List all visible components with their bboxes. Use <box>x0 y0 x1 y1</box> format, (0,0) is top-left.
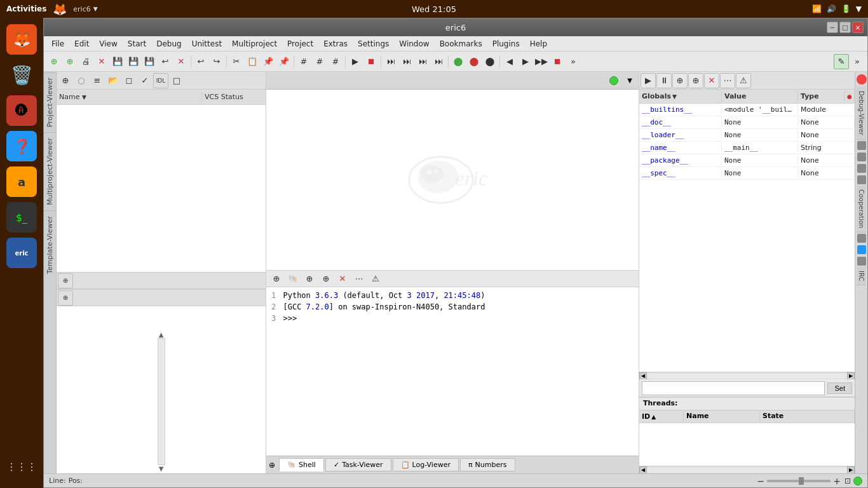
tb-bp-add[interactable]: ⬤ <box>451 54 466 69</box>
dbg-btn4[interactable]: ⊕ <box>688 73 703 88</box>
shell-content[interactable]: 1 Python 3.6.3 (default, Oct 3 2017, 21:… <box>266 287 639 456</box>
menu-settings[interactable]: Settings <box>353 38 394 50</box>
dbg-btn-stop[interactable]: ✕ <box>704 73 719 88</box>
zoom-minus[interactable]: − <box>757 476 764 486</box>
shell-btn4[interactable]: ⊕ <box>318 271 334 287</box>
zoom-slider[interactable] <box>767 480 831 482</box>
proj-idl[interactable]: IDL <box>153 73 168 88</box>
tb-close2[interactable]: ✕ <box>173 54 189 69</box>
sidebar-appstore[interactable]: 🅐 <box>6 95 37 126</box>
tb-undo[interactable]: ↩ <box>193 54 208 69</box>
menu-file[interactable]: File <box>46 38 69 50</box>
menu-window[interactable]: Window <box>394 38 434 50</box>
tb-step[interactable]: ⏭ <box>383 54 398 69</box>
tab-log-viewer[interactable]: 📋 Log-Viewer <box>393 458 459 471</box>
right-tab-debug[interactable]: Debug-Viewer <box>857 87 866 140</box>
tab-dropdown[interactable]: ▼ <box>623 74 636 87</box>
tb-run[interactable]: ▶ <box>348 54 363 69</box>
right-tab-irc[interactable]: IRC <box>857 267 866 285</box>
project-viewer-tab[interactable]: Project-Viewer <box>44 72 56 132</box>
thread-hscroll-left[interactable]: ◀ <box>639 466 647 474</box>
tb-save-all[interactable]: 💾 <box>142 54 157 69</box>
dbg-btn5[interactable]: ⋯ <box>720 73 735 88</box>
shell-filter[interactable]: ⊕ <box>269 271 284 287</box>
var-row-package[interactable]: __package__ None None <box>639 154 855 167</box>
tb-step3[interactable]: ⏭ <box>415 54 430 69</box>
scroll-down[interactable]: ▼ <box>159 465 164 472</box>
tb-save[interactable]: 💾 <box>110 54 125 69</box>
var-row-spec[interactable]: __spec__ None None <box>639 167 855 180</box>
tb-new[interactable]: ⊕ <box>46 54 62 69</box>
template-viewer-tab[interactable]: Template-Viewer <box>44 210 56 279</box>
sidebar-amazon[interactable]: a <box>6 166 37 197</box>
right-tab-cooperation[interactable]: Cooperation <box>857 186 866 233</box>
tb-bp-remove[interactable]: ⬤ <box>466 54 482 69</box>
zoom-fit[interactable]: ⊡ <box>844 477 851 485</box>
dbg-btn2[interactable]: ⏸ <box>656 73 672 88</box>
var-row-builtins[interactable]: __builtins__ <module '__builtin... Modul… <box>639 104 855 116</box>
close-button[interactable]: × <box>852 22 864 33</box>
sidebar-help[interactable]: ❓ <box>6 131 37 161</box>
sidebar-trash[interactable]: 🗑️ <box>6 60 37 90</box>
menu-start[interactable]: Start <box>123 38 151 50</box>
menu-extras[interactable]: Extras <box>318 38 353 50</box>
menu-help[interactable]: Help <box>525 38 552 50</box>
tb-paste2[interactable]: 📌 <box>276 54 292 69</box>
tb-find[interactable]: # <box>296 54 311 69</box>
maximize-button[interactable]: □ <box>839 22 851 33</box>
hscroll-left[interactable]: ◀ <box>639 372 647 380</box>
proj-circle[interactable]: ○ <box>74 73 89 88</box>
tb-open[interactable]: ⊕ <box>62 54 78 69</box>
menu-multiproject[interactable]: Multiproject <box>227 38 282 50</box>
tb-revert[interactable]: ↩ <box>158 54 173 69</box>
shell-btn2[interactable]: 🐚 <box>285 271 301 287</box>
mp-btn1[interactable]: ⊕ <box>58 273 73 288</box>
menu-unittest[interactable]: Unittest <box>187 38 227 50</box>
system-menu-icon[interactable]: ▼ <box>856 4 862 13</box>
zoom-plus[interactable]: + <box>833 476 841 486</box>
activities-button[interactable]: Activities <box>6 4 46 13</box>
tb-replace[interactable]: # <box>312 54 327 69</box>
shell-btn-stop[interactable]: ✕ <box>335 271 350 287</box>
minimize-button[interactable]: − <box>827 22 838 33</box>
col-name[interactable]: Name ▼ <box>57 92 202 102</box>
tmpl-btn1[interactable]: ⊕ <box>58 290 73 306</box>
col-globals[interactable]: Globals ▼ <box>639 91 722 102</box>
tb-debug-prev[interactable]: ◀ <box>502 54 517 69</box>
tb-redo[interactable]: ↪ <box>209 54 224 69</box>
tb-stop[interactable]: ⏹ <box>363 54 379 69</box>
tb-debug-run[interactable]: ▶▶ <box>534 54 549 69</box>
var-hscroll[interactable]: ◀ ▶ <box>639 372 855 379</box>
set-button[interactable]: Set <box>827 383 852 394</box>
var-row-loader[interactable]: __loader__ None None <box>639 129 855 142</box>
zoom-thumb[interactable] <box>799 477 804 485</box>
menu-view[interactable]: View <box>94 38 122 50</box>
tb-bp-toggle[interactable]: ⬤ <box>482 54 498 69</box>
tab-shell[interactable]: 🐚 Shell <box>279 458 324 471</box>
thread-hscroll[interactable]: ◀ ▶ <box>639 466 855 473</box>
tb-print[interactable]: 🖨 <box>78 54 93 69</box>
dbg-btn1[interactable]: ▶ <box>641 73 656 88</box>
app-indicator[interactable]: eric6 ▼ <box>73 5 97 13</box>
dbg-btn3[interactable]: ⊕ <box>672 73 688 88</box>
hscroll-right[interactable]: ▶ <box>847 372 855 380</box>
tab-numbers[interactable]: π Numbers <box>460 458 515 471</box>
proj-filter[interactable]: ⊕ <box>58 73 73 88</box>
tb-save-as[interactable]: 💾 <box>126 54 141 69</box>
editor-content[interactable]: eric <box>266 90 639 270</box>
proj-select[interactable]: ◻ <box>121 73 137 88</box>
tb-cut[interactable]: ✂ <box>229 54 244 69</box>
sidebar-terminal[interactable]: $_ <box>6 202 37 233</box>
proj-misc[interactable]: □ <box>169 73 184 88</box>
var-row-name[interactable]: __name__ __main__ String <box>639 142 855 154</box>
shell-btn7[interactable]: ⚠ <box>368 271 383 287</box>
tb-close[interactable]: ✕ <box>94 54 109 69</box>
sidebar-firefox[interactable]: 🦊 <box>6 24 37 55</box>
proj-check[interactable]: ✓ <box>137 73 153 88</box>
tab-task-viewer[interactable]: ✓ Task-Viewer <box>325 458 391 471</box>
menu-project[interactable]: Project <box>282 38 318 50</box>
col-error-icon[interactable]: ● <box>844 93 855 100</box>
menu-debug[interactable]: Debug <box>151 38 186 50</box>
tb-more[interactable]: » <box>566 54 581 69</box>
tb-debug-stop[interactable]: ⏹ <box>550 54 565 69</box>
